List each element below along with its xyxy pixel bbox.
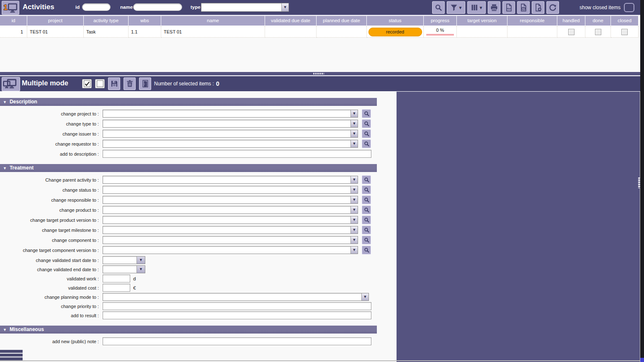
change-validated-end-date-to-label: change validated end date to : [0, 267, 103, 272]
add-new-public-note-input[interactable] [103, 337, 371, 345]
selected-items-label: Number of selected items : [154, 81, 214, 87]
change-target-product-version-to-lookup-button[interactable] [362, 216, 371, 224]
change-project-to-select[interactable]: ▼ [103, 110, 358, 118]
filter-icon [450, 3, 458, 12]
section-header-treatment[interactable]: ▼Treatment [0, 164, 377, 172]
change-type-to-select[interactable]: ▼ [103, 120, 358, 128]
change-target-milestone-to-select[interactable]: ▼ [103, 226, 358, 234]
name-filter-label: name [120, 5, 133, 10]
magnifier-icon [363, 177, 370, 183]
change-target-component-version-to-lookup-button[interactable] [362, 246, 371, 254]
section-header-description[interactable]: ▼Description [0, 98, 377, 106]
change-product-to-select[interactable]: ▼ [103, 206, 358, 214]
column-header-planned-due-date[interactable]: planned due date [317, 16, 367, 26]
validated-cost-input[interactable] [103, 284, 130, 292]
form-row: change responsible to :▼ [0, 196, 397, 204]
columns-button[interactable]: ▼ [467, 1, 486, 14]
scrollbar-thumb[interactable] [640, 358, 644, 362]
change-responsible-to-lookup-button[interactable] [362, 195, 371, 204]
column-header-name[interactable]: name [161, 16, 265, 26]
caret-down-icon: ▼ [350, 176, 358, 183]
validated-work-input[interactable] [103, 275, 130, 282]
select-all-button[interactable] [82, 79, 92, 88]
add-to-result-input[interactable] [103, 311, 371, 319]
change-target-milestone-to-lookup-button[interactable] [362, 226, 371, 234]
change-issuer-to-select[interactable]: ▼ [103, 130, 358, 138]
delete-button[interactable] [124, 77, 136, 90]
form-row: change product to :▼ [0, 206, 397, 214]
change-responsible-to-select[interactable]: ▼ [103, 196, 358, 204]
change-priority-to-input[interactable] [103, 302, 371, 310]
change-project-to-lookup-button[interactable] [362, 109, 371, 118]
save-button[interactable] [108, 77, 120, 90]
column-header-closed[interactable]: closed [611, 16, 639, 26]
main-toolbar: ▼▼PDFCSV [432, 1, 559, 14]
change-product-to-label: change product to : [0, 208, 103, 213]
change-target-product-version-to-select[interactable]: ▼ [103, 216, 358, 224]
change-component-to-label: change component to : [0, 238, 103, 243]
change-parent-activity-to-select[interactable]: ▼ [103, 176, 358, 184]
column-header-handled[interactable]: handled [557, 16, 585, 26]
search-button[interactable] [432, 1, 445, 14]
pdf-button[interactable]: PDF [502, 1, 515, 14]
change-responsible-to-label: change responsible to : [0, 198, 103, 203]
add-to-result-label: add to result : [0, 313, 103, 318]
change-validated-end-date-to-date-select[interactable]: ▼ [103, 265, 145, 273]
caret-down-icon: ▼ [350, 226, 358, 234]
form-row: change issuer to :▼ [0, 130, 397, 138]
print-button[interactable] [488, 1, 500, 14]
column-header-wbs[interactable]: wbs [129, 16, 161, 26]
table-row[interactable]: 1TEST 01Task1.1TEST 01recorded0 % [0, 26, 639, 38]
show-closed-items-label: show closed items [580, 5, 621, 10]
form-row: Change parent activity to :▼ [0, 176, 397, 184]
change-planning-mode-to-select[interactable]: ▼ [103, 293, 369, 301]
change-component-to-select[interactable]: ▼ [103, 236, 358, 244]
form-row: change planning mode to :▼ [0, 293, 397, 301]
magnifier-icon [363, 121, 370, 127]
change-type-to-lookup-button[interactable] [362, 119, 371, 128]
horizontal-splitter[interactable] [0, 72, 640, 76]
column-header-activity-type[interactable]: activity type [84, 16, 129, 26]
new-document-button[interactable] [532, 1, 544, 14]
show-closed-items-toggle[interactable] [624, 3, 634, 12]
add-to-description-input[interactable] [103, 150, 371, 158]
panel-handle[interactable] [0, 350, 23, 361]
change-parent-activity-to-lookup-button[interactable] [362, 175, 371, 184]
multiple-mode-bar: Multiple mode Number of selected items :… [0, 76, 640, 92]
collapse-arrow-icon: ▼ [3, 328, 7, 332]
change-status-to-select[interactable]: ▼ [103, 186, 358, 194]
column-header-project[interactable]: project [27, 16, 84, 26]
column-header-progress[interactable]: progress [424, 16, 457, 26]
magnifier-icon [363, 207, 370, 213]
new-document-icon [534, 3, 542, 12]
row-checkbox[interactable] [568, 29, 574, 35]
section-header-miscellaneous[interactable]: ▼Miscellaneous [0, 326, 377, 334]
column-header-status[interactable]: status [367, 16, 424, 26]
column-header-done[interactable]: done [585, 16, 611, 26]
column-header-target-version[interactable]: target version [457, 16, 507, 26]
unselect-all-button[interactable] [95, 79, 105, 88]
change-target-product-version-to-label: change target product version to : [0, 218, 103, 223]
name-filter-input[interactable] [133, 3, 182, 11]
column-header-id[interactable]: id [0, 16, 27, 26]
change-component-to-lookup-button[interactable] [362, 236, 371, 244]
change-target-component-version-to-select[interactable]: ▼ [103, 246, 358, 254]
csv-button[interactable]: CSV [517, 1, 530, 14]
change-status-to-lookup-button[interactable] [362, 185, 371, 194]
column-header-validated-due-date[interactable]: validated due date [265, 16, 317, 26]
change-product-to-lookup-button[interactable] [362, 205, 371, 214]
refresh-button[interactable] [546, 1, 559, 14]
column-header-responsible[interactable]: responsible [507, 16, 557, 26]
change-requestor-to-select[interactable]: ▼ [103, 140, 358, 148]
row-checkbox[interactable] [621, 29, 628, 35]
change-requestor-to-lookup-button[interactable] [362, 139, 371, 148]
row-checkbox[interactable] [595, 29, 601, 35]
close-button[interactable] [139, 77, 151, 90]
filter-button[interactable]: ▼ [447, 1, 465, 14]
type-filter-select[interactable]: ▼ [201, 3, 289, 12]
change-issuer-to-lookup-button[interactable] [362, 129, 371, 138]
caret-down-icon: ▼ [350, 140, 358, 147]
activities-app-button[interactable]: 1 [2, 1, 19, 15]
change-validated-start-date-to-date-select[interactable]: ▼ [103, 256, 145, 264]
id-filter-input[interactable] [82, 3, 111, 11]
